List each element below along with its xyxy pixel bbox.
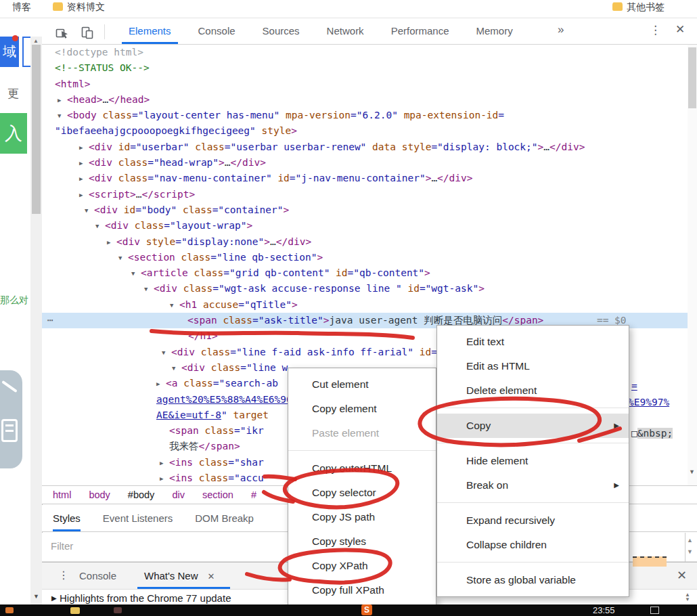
tab-console[interactable]: Console bbox=[185, 18, 249, 44]
scrollbar-thumb[interactable] bbox=[688, 47, 696, 108]
expand-arrow-icon[interactable]: ▶ bbox=[51, 594, 57, 602]
elements-scrollbar[interactable]: ▼ bbox=[688, 45, 697, 485]
devtools-menu-icon[interactable]: ⋮ bbox=[650, 23, 661, 37]
breadcrumb-item[interactable]: #body bbox=[128, 489, 155, 500]
dom-tree-row[interactable]: ▶<div style="display:none">…</div> bbox=[42, 234, 688, 250]
scroll-up-icon[interactable]: ▲ bbox=[33, 38, 39, 44]
dom-tree-row[interactable]: ▶<div class="nav-menu-container" id="j-n… bbox=[42, 171, 688, 186]
dom-tree-row[interactable]: <html> bbox=[42, 76, 688, 92]
menu-item-paste-element[interactable]: Paste element bbox=[288, 421, 436, 445]
devtools-close-icon[interactable]: ✕ bbox=[675, 22, 685, 37]
expand-arrow-icon[interactable]: ▶ bbox=[107, 235, 116, 250]
menu-item-copy-xpath[interactable]: Copy XPath bbox=[288, 554, 436, 578]
menu-item-break-on[interactable]: Break on▶ bbox=[437, 473, 629, 498]
expand-arrow-icon[interactable]: ▶ bbox=[79, 156, 89, 171]
dom-tree-row[interactable]: ▼<body class="layout-center has-menu" mp… bbox=[42, 108, 688, 123]
dom-tree-row[interactable]: ▼<article class="grid qb-content" id="qb… bbox=[42, 265, 688, 281]
other-bookmarks[interactable]: 其他书签 bbox=[612, 1, 665, 14]
menu-item-collapse-children[interactable]: Collapse children bbox=[437, 533, 629, 557]
menu-item-copy-styles[interactable]: Copy styles bbox=[288, 529, 436, 554]
expand-arrow-icon[interactable]: ▶ bbox=[156, 376, 166, 392]
taskbar-icon[interactable] bbox=[5, 607, 14, 613]
collapse-arrow-icon[interactable]: ▼ bbox=[131, 266, 141, 282]
tab-styles[interactable]: Styles bbox=[53, 505, 81, 531]
dom-tree-row[interactable]: ▶<head>…</head> bbox=[42, 92, 688, 108]
tab-event-listeners[interactable]: Event Listeners bbox=[103, 505, 173, 531]
dom-tree-row[interactable]: "ibefaeehajgcpooopoegkifhgecigeeg" style… bbox=[42, 123, 688, 139]
menu-item-edit-text[interactable]: Edit text bbox=[437, 330, 629, 354]
scroll-down-icon[interactable]: ▼ bbox=[687, 548, 693, 555]
bookmark-folder[interactable]: 资料博文 bbox=[53, 1, 105, 14]
collapse-arrow-icon[interactable]: ▼ bbox=[58, 108, 67, 124]
menu-item-copy-full-xpath[interactable]: Copy full XPath bbox=[288, 578, 436, 602]
tab-elements[interactable]: Elements bbox=[115, 18, 185, 44]
scroll-down-icon[interactable]: ▼ bbox=[33, 593, 39, 600]
tab-whats-new[interactable]: What's New✕ bbox=[144, 563, 215, 590]
tab-memory[interactable]: Memory bbox=[463, 18, 526, 44]
expand-arrow-icon[interactable]: ▶ bbox=[160, 471, 169, 485]
inspect-element-icon[interactable] bbox=[53, 24, 70, 40]
collapse-arrow-icon[interactable]: ▼ bbox=[95, 219, 105, 234]
show-desktop-icon[interactable] bbox=[650, 607, 659, 614]
expand-arrow-icon[interactable]: ▶ bbox=[79, 171, 89, 187]
menu-item-store-as-global-variable[interactable]: Store as global variable bbox=[437, 568, 629, 592]
device-toolbar-icon[interactable] bbox=[79, 24, 95, 40]
collapse-arrow-icon[interactable]: ▼ bbox=[162, 345, 171, 361]
dom-tree-row[interactable]: ▼<h1 accuse="qTitle"> bbox=[42, 297, 688, 313]
menu-item-copy-selector[interactable]: Copy selector bbox=[288, 481, 436, 505]
menu-item-edit-as-html[interactable]: Edit as HTML bbox=[437, 354, 629, 378]
dom-tree-row[interactable]: <!--STATUS OK--> bbox=[42, 60, 688, 76]
page-floating-toolbar[interactable] bbox=[0, 370, 22, 468]
dom-tree-row[interactable]: ▼<div id="body" class="container"> bbox=[42, 202, 688, 218]
dom-tree-row[interactable]: <!doctype html> bbox=[42, 45, 688, 60]
breadcrumb-item[interactable]: div bbox=[172, 489, 185, 500]
dom-tree-row[interactable]: ▼<div class="layout-wrap"> bbox=[42, 218, 688, 234]
dom-tree-row[interactable]: ▼<section class="line qb-section"> bbox=[42, 250, 688, 265]
menu-item-copy-outerhtml[interactable]: Copy outerHTML bbox=[288, 456, 436, 481]
expand-arrow-icon[interactable]: ▶ bbox=[79, 188, 89, 203]
menu-item-copy-element[interactable]: Copy element bbox=[288, 397, 436, 421]
scroll-up-icon[interactable]: ▲ bbox=[687, 537, 693, 544]
dom-tree-row[interactable]: ▶<div class="head-wrap">…</div> bbox=[42, 155, 688, 171]
breadcrumb-item[interactable]: # bbox=[251, 489, 256, 500]
collapse-arrow-icon[interactable]: ▼ bbox=[118, 250, 128, 266]
menu-item-cut-element[interactable]: Cut element bbox=[288, 372, 436, 397]
more-tabs-icon[interactable]: » bbox=[558, 23, 564, 37]
collapse-arrow-icon[interactable]: ▼ bbox=[170, 298, 179, 313]
collapse-arrow-icon[interactable]: ▼ bbox=[85, 203, 94, 219]
dom-tree-row[interactable]: ▼<div class="wgt-ask accuse-response lin… bbox=[42, 281, 688, 296]
tab-performance[interactable]: Performance bbox=[378, 18, 463, 44]
page-scrollbar[interactable]: ▲ ▼ bbox=[30, 37, 42, 604]
collapse-arrow-icon[interactable]: ▼ bbox=[172, 361, 181, 376]
breadcrumb-item[interactable]: body bbox=[89, 489, 110, 500]
filter-input[interactable]: Filter bbox=[51, 540, 73, 552]
taskbar-icon[interactable] bbox=[70, 607, 80, 614]
tab-network[interactable]: Network bbox=[313, 18, 378, 44]
collapse-arrow-icon[interactable]: ▼ bbox=[144, 282, 154, 297]
page-green-button[interactable]: 入 bbox=[0, 113, 27, 154]
menu-item-delete-element[interactable]: Delete element bbox=[437, 378, 629, 403]
menu-item-hide-element[interactable]: Hide element bbox=[437, 449, 629, 473]
drawer-menu-icon[interactable]: ⋮ bbox=[58, 569, 69, 581]
sublime-icon[interactable]: S bbox=[361, 604, 372, 615]
scrollbar-thumb[interactable] bbox=[32, 45, 41, 214]
tab-close-icon[interactable]: ✕ bbox=[208, 571, 215, 581]
menu-item-expand-recursively[interactable]: Expand recursively bbox=[437, 508, 629, 533]
menu-item-copy[interactable]: Copy▶ bbox=[437, 414, 629, 438]
dom-tree-row[interactable]: ▶<script>…</script> bbox=[42, 187, 688, 202]
tab-dom-breakp[interactable]: DOM Breakp bbox=[195, 505, 254, 531]
scroll-down-icon[interactable]: ▼ bbox=[689, 468, 695, 475]
scroll-spinner[interactable]: ▲▼ bbox=[685, 592, 690, 602]
dom-tree-row[interactable]: ▶<div id="userbar" class="userbar userba… bbox=[42, 139, 688, 155]
tab-console[interactable]: Console bbox=[79, 563, 116, 590]
breadcrumb-item[interactable]: section bbox=[202, 489, 233, 500]
bookmark-item[interactable]: 博客 bbox=[12, 1, 31, 14]
menu-item-copy-js-path[interactable]: Copy JS path bbox=[288, 505, 436, 529]
expand-arrow-icon[interactable]: ▶ bbox=[79, 140, 89, 156]
expand-arrow-icon[interactable]: ▶ bbox=[58, 93, 67, 108]
taskbar-icon[interactable] bbox=[114, 607, 122, 613]
tab-sources[interactable]: Sources bbox=[249, 18, 313, 44]
expand-arrow-icon[interactable]: ▶ bbox=[160, 456, 169, 471]
drawer-close-icon[interactable]: ✕ bbox=[677, 568, 687, 583]
breadcrumb-item[interactable]: html bbox=[53, 489, 71, 500]
